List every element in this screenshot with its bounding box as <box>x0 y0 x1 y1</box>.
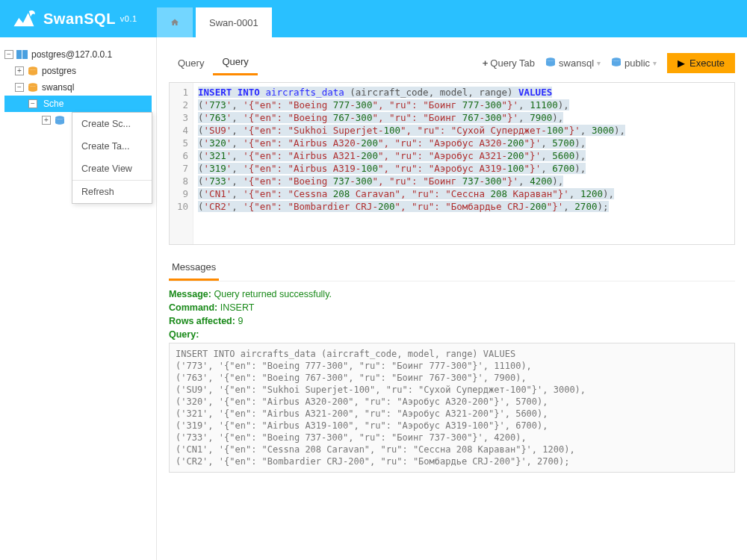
add-query-tab-button[interactable]: + Query Tab <box>483 57 535 69</box>
code-area[interactable]: INSERT INTO aircrafts_data (aircraft_cod… <box>193 83 630 244</box>
ctx-create-schema[interactable]: Create Sc... <box>72 113 152 135</box>
db-label: postgres <box>42 66 76 76</box>
query-echo-text: INSERT INTO aircrafts_data (aircraft_cod… <box>169 343 735 473</box>
database-icon <box>611 57 622 69</box>
schema-selector-value: public <box>624 57 650 69</box>
collapse-icon[interactable]: − <box>15 83 24 92</box>
svg-point-6 <box>612 57 621 60</box>
ctx-create-table[interactable]: Create Ta... <box>72 135 152 158</box>
window-tabs: Swan-0001 <box>157 0 275 37</box>
tab-label: Swan-0001 <box>209 17 258 28</box>
command-line: Command: INSERT <box>169 302 735 313</box>
query-toolbar: Query Query + Query Tab swansql ▾ public… <box>169 49 735 76</box>
home-icon <box>170 16 179 29</box>
rows-affected-line: Rows affected: 9 <box>169 316 735 326</box>
play-icon: ▶ <box>678 57 685 69</box>
database-icon <box>27 82 39 93</box>
tree-db-postgres[interactable]: + postgres <box>4 63 152 79</box>
app-header: SwanSQL v0.1 Swan-0001 <box>0 0 747 37</box>
ctx-refresh[interactable]: Refresh <box>72 180 152 203</box>
tree-schema-node[interactable]: − Sche <box>4 96 152 112</box>
ctx-create-view[interactable]: Create View <box>72 158 152 180</box>
context-menu: Create Sc... Create Ta... Create View Re… <box>72 112 152 204</box>
chevron-down-icon: ▾ <box>653 59 657 67</box>
chevron-down-icon: ▾ <box>597 59 601 67</box>
messages-tab[interactable]: Messages <box>169 255 219 281</box>
content-area: Query Query + Query Tab swansql ▾ public… <box>157 37 747 560</box>
plus-icon: + <box>483 57 489 69</box>
svg-rect-1 <box>22 50 28 59</box>
query-tab-2[interactable]: Query <box>213 50 257 75</box>
svg-rect-0 <box>16 50 22 59</box>
execute-button[interactable]: ▶ Execute <box>667 53 735 73</box>
query-tab-1[interactable]: Query <box>169 52 213 75</box>
svg-point-4 <box>55 116 64 119</box>
server-icon <box>16 49 28 60</box>
swan-logo-icon <box>10 5 37 32</box>
database-icon <box>27 66 39 76</box>
tree-connection[interactable]: − postgres@127.0.0.1 <box>4 46 152 63</box>
database-selector[interactable]: swansql ▾ <box>545 57 601 69</box>
connection-label: postgres@127.0.0.1 <box>31 49 112 60</box>
brand-area: SwanSQL v0.1 <box>0 5 157 32</box>
schema-icon <box>54 115 66 125</box>
database-selector-value: swansql <box>559 57 594 69</box>
tree-db-swansql[interactable]: − swansql <box>4 79 152 96</box>
results-tabbar: Messages <box>169 255 735 281</box>
expand-icon[interactable]: + <box>15 66 24 75</box>
execute-label: Execute <box>689 57 725 69</box>
messages-panel: Message: Query returned successfully. Co… <box>169 281 735 473</box>
schema-selector[interactable]: public ▾ <box>611 57 657 69</box>
query-echo-label: Query: <box>169 329 735 340</box>
collapse-icon[interactable]: − <box>28 99 37 108</box>
svg-point-5 <box>546 57 555 60</box>
query-window-tab[interactable]: Swan-0001 <box>196 7 272 37</box>
add-query-tab-label: Query Tab <box>490 57 535 69</box>
line-gutter: 12345678910 <box>170 83 193 244</box>
sql-editor[interactable]: 12345678910 INSERT INTO aircrafts_data (… <box>169 82 735 245</box>
brand-name: SwanSQL <box>43 10 116 28</box>
brand-version: v0.1 <box>120 14 137 23</box>
message-line: Message: Query returned successfully. <box>169 289 735 299</box>
svg-point-3 <box>28 83 37 86</box>
home-tab[interactable] <box>157 7 193 37</box>
db-label: swansql <box>42 82 74 93</box>
database-icon <box>545 57 556 69</box>
collapse-icon[interactable]: − <box>4 50 13 59</box>
svg-point-2 <box>28 66 37 69</box>
expand-icon[interactable]: + <box>42 116 51 125</box>
schema-label: Sche <box>40 99 80 109</box>
